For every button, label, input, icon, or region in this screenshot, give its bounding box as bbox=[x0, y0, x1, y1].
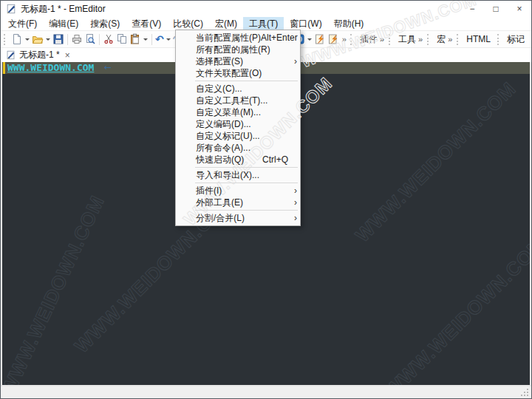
minimize-button[interactable]: − bbox=[460, 1, 484, 17]
toolbar-overflow-button[interactable]: » bbox=[340, 35, 349, 44]
undo-button[interactable]: ↶ bbox=[154, 33, 165, 46]
toolbar-group-button[interactable]: 宏 » bbox=[434, 33, 455, 46]
titlebar: 无标题-1 * - EmEditor − □ × bbox=[1, 1, 531, 17]
menubar-item[interactable]: 比较(C) bbox=[167, 17, 209, 30]
menu-item[interactable]: 所有命令(A)... › bbox=[176, 142, 300, 154]
tools-menu: WWW.WEIDOWN.COM 当前配置属性(P) Alt+Enter › 所有… bbox=[175, 30, 301, 226]
print-preview-button[interactable] bbox=[83, 33, 97, 46]
menubar-item[interactable]: 帮助(H) bbox=[328, 17, 370, 30]
open-dropdown-caret[interactable] bbox=[46, 38, 50, 41]
external-tool-2-button[interactable] bbox=[327, 33, 340, 46]
toolbar-group-button[interactable]: 插件 » bbox=[357, 33, 387, 46]
chevron-right-icon[interactable]: » bbox=[418, 35, 423, 44]
submenu-arrow-icon: › bbox=[288, 198, 297, 207]
menu-item[interactable]: 插件(I) › bbox=[176, 185, 300, 197]
menu-item-label: 快速启动(Q) bbox=[196, 154, 244, 166]
toolbar-grip[interactable] bbox=[4, 34, 7, 45]
menubar-item[interactable]: 工具(T) bbox=[243, 17, 284, 30]
window-controls: − □ × bbox=[460, 1, 531, 17]
web-preview-dropdown-caret[interactable] bbox=[307, 38, 312, 41]
external-tool-1-button[interactable] bbox=[313, 33, 327, 46]
toolbar-separator bbox=[67, 34, 68, 45]
menu-item[interactable]: 自定义工具栏(T)... › bbox=[176, 95, 300, 106]
tab-untitled-1[interactable]: 无标题-1 * × bbox=[4, 48, 77, 62]
menubar-item-label: 帮助(H) bbox=[334, 18, 364, 30]
undo-dropdown-caret[interactable] bbox=[166, 38, 171, 41]
menubar-item[interactable]: 文件(F) bbox=[2, 17, 43, 30]
menu-item-label: 外部工具(E) bbox=[196, 197, 243, 209]
menubar-item-label: 比较(C) bbox=[173, 18, 203, 30]
watermark: WWW.WEIDOWN.COM bbox=[1, 192, 109, 386]
print-button[interactable] bbox=[70, 33, 83, 46]
menubar: 文件(F) 编辑(E) 搜索(S) 查看(V) 比较(C) 宏(M) 工具( bbox=[1, 17, 531, 30]
menu-item-label: 分割/合并(L) bbox=[196, 212, 245, 225]
toolbar-group-grip[interactable] bbox=[457, 34, 460, 45]
toolbar-groups: 插件 » 工具 » 宏 » bbox=[349, 33, 530, 46]
copy-button[interactable] bbox=[115, 33, 129, 46]
maximize-button[interactable]: □ bbox=[484, 1, 508, 17]
menubar-item[interactable]: 窗口(W) bbox=[284, 17, 327, 30]
menubar-item[interactable]: 编辑(E) bbox=[43, 17, 84, 30]
cut-button[interactable] bbox=[102, 33, 115, 46]
resize-grip[interactable] bbox=[520, 388, 530, 398]
save-icon bbox=[52, 33, 64, 45]
menu-item[interactable]: 快速启动(Q) Ctrl+Q › bbox=[176, 154, 300, 166]
toolbar-group-grip[interactable] bbox=[389, 34, 392, 45]
menubar-item-label: 宏(M) bbox=[215, 18, 237, 30]
menubar-item-label: 查看(V) bbox=[132, 18, 161, 30]
menubar-item[interactable]: 搜索(S) bbox=[84, 17, 126, 30]
watermark: WWW.WEIDOWN.COM bbox=[381, 233, 531, 386]
new-document-icon bbox=[11, 33, 23, 45]
paste-dropdown-caret[interactable] bbox=[143, 38, 148, 41]
print-preview-icon bbox=[84, 33, 96, 45]
window-title: 无标题-1 * - EmEditor bbox=[21, 3, 106, 16]
toolbar-group-grip[interactable] bbox=[350, 34, 354, 45]
menu-item[interactable]: 文件关联配置(O) › bbox=[176, 67, 300, 79]
toolbar-group: 宏 » bbox=[426, 33, 455, 46]
submenu-arrow-icon: › bbox=[288, 186, 297, 195]
menu-item-label: 文件关联配置(O) bbox=[196, 67, 262, 80]
tab-label: 无标题-1 * bbox=[19, 49, 60, 61]
menu-item[interactable]: 自定义菜单(M)... › bbox=[176, 106, 300, 118]
toolbar-group-label: 插件 bbox=[360, 33, 378, 46]
menu-item[interactable]: 自定义(C)... › bbox=[176, 83, 300, 95]
menu-item-label: 插件(I) bbox=[196, 185, 222, 197]
menu-item-label: 自定义工具栏(T)... bbox=[196, 95, 267, 107]
copy-icon bbox=[116, 33, 128, 45]
modified-line-marker bbox=[3, 62, 5, 74]
print-icon bbox=[71, 33, 83, 45]
menu-item[interactable]: 所有配置的属性(R) › bbox=[176, 44, 300, 55]
toolbar-group: 插件 » bbox=[349, 33, 387, 46]
menu-item[interactable]: 定义编码(D)... › bbox=[176, 118, 300, 130]
toolbar-separator bbox=[99, 34, 100, 45]
menu-item[interactable]: 当前配置属性(P) Alt+Enter › bbox=[176, 32, 300, 44]
toolbar-group-label: 工具 bbox=[398, 33, 416, 46]
menu-item[interactable]: 外部工具(E) › bbox=[176, 197, 300, 208]
toolbar-group-grip[interactable] bbox=[427, 34, 431, 45]
toolbar-group-grip[interactable] bbox=[497, 34, 501, 45]
menu-item[interactable]: 选择配置(S) › bbox=[176, 55, 300, 67]
toolbar-group-label: 宏 bbox=[437, 33, 446, 46]
close-button[interactable]: × bbox=[508, 1, 531, 17]
toolbar-group-button[interactable]: 工具 » bbox=[395, 33, 426, 46]
menu-item-label: 自定义菜单(M)... bbox=[196, 106, 261, 119]
new-dropdown-caret[interactable] bbox=[25, 38, 30, 41]
toolbar-group: 标记 bbox=[496, 33, 530, 46]
save-button[interactable] bbox=[52, 33, 65, 46]
menubar-item-label: 文件(F) bbox=[8, 18, 37, 30]
open-file-button[interactable] bbox=[31, 33, 44, 46]
menu-item-shortcut: Ctrl+Q bbox=[262, 154, 288, 165]
toolbar-group-button[interactable]: 标记 bbox=[504, 33, 530, 46]
editor-line-text[interactable]: WWW.WEIDOWN.COM bbox=[7, 62, 94, 74]
menu-item[interactable]: 导入和导出(X)... › bbox=[176, 169, 300, 181]
new-document-button[interactable] bbox=[10, 33, 24, 46]
tab-close-icon[interactable]: × bbox=[64, 51, 72, 60]
menubar-item[interactable]: 宏(M) bbox=[209, 17, 243, 30]
chevron-right-icon[interactable]: » bbox=[448, 35, 452, 44]
menu-item[interactable]: 自定义标记(U)... › bbox=[176, 130, 300, 142]
menubar-item[interactable]: 查看(V) bbox=[126, 17, 167, 30]
toolbar-group-button[interactable]: HTML bbox=[463, 33, 496, 46]
paste-button[interactable] bbox=[129, 33, 142, 46]
menu-item[interactable]: 分割/合并(L) › bbox=[176, 212, 300, 224]
chevron-right-icon[interactable]: » bbox=[380, 35, 384, 44]
